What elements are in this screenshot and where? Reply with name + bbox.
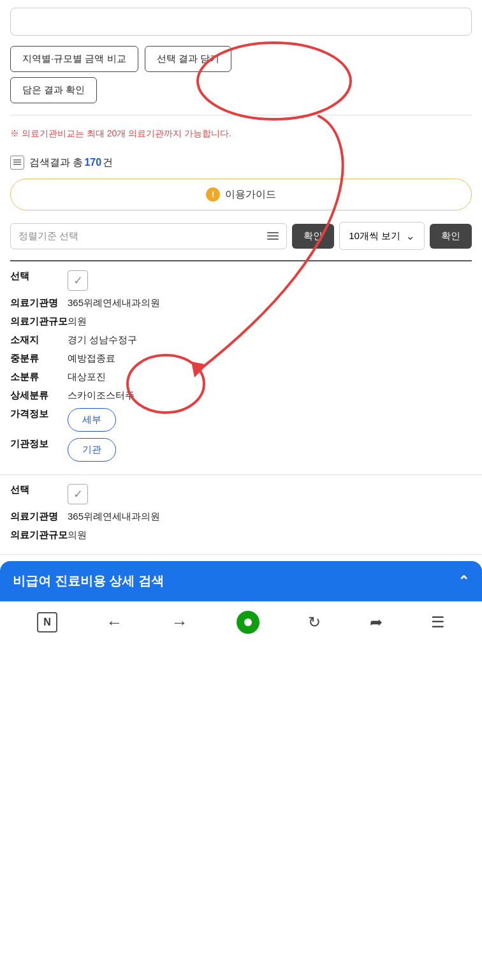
region-compare-button[interactable]: 지역별·규모별 금액 비교 bbox=[10, 46, 138, 72]
check-saved-button[interactable]: 담은 결과 확인 bbox=[10, 77, 97, 103]
check-icon-2: ✓ bbox=[73, 487, 83, 501]
card1-mid-class-value: 예방접종료 bbox=[68, 353, 472, 365]
search-unit: 건 bbox=[103, 156, 113, 170]
card1-detail-class-row: 상세분류 스카이조스터주 bbox=[10, 390, 472, 402]
nav-n-button[interactable]: N bbox=[37, 612, 57, 633]
card1-mid-class-row: 중분류 예방접종료 bbox=[10, 353, 472, 365]
card-1: 선택 ✓ 의료기관명 365위례연세내과의원 의료기관규모 의원 소재지 경기 … bbox=[0, 261, 482, 475]
search-label: 검색결과 총 bbox=[29, 156, 83, 170]
card2-select-label: 선택 bbox=[10, 484, 68, 496]
nav-menu-button[interactable]: ☰ bbox=[431, 613, 445, 631]
page-wrapper: 지역별·규모별 금액 비교 선택 결과 담기 담은 결과 확인 ※ 의료기관비교… bbox=[0, 8, 482, 643]
card2-clinic-size-row: 의료기관규모 의원 bbox=[10, 529, 472, 541]
card1-clinic-size-row: 의료기관규모 의원 bbox=[10, 316, 472, 328]
sort-placeholder: 정렬기준 선택 bbox=[18, 230, 78, 242]
card1-select-checkbox[interactable]: ✓ bbox=[68, 270, 88, 291]
confirm-button-2[interactable]: 확인 bbox=[430, 224, 472, 249]
svg-rect-2 bbox=[13, 164, 21, 165]
list-icon bbox=[10, 156, 24, 170]
top-search-input[interactable] bbox=[10, 8, 472, 36]
card1-sub-class-label: 소분류 bbox=[10, 371, 68, 383]
chevron-down-icon: ⌄ bbox=[405, 229, 415, 243]
card1-location-label: 소재지 bbox=[10, 334, 68, 346]
forward-icon: → bbox=[172, 613, 188, 633]
nav-back-button[interactable]: ← bbox=[106, 613, 122, 633]
card1-location-value: 경기 성남수정구 bbox=[68, 334, 472, 346]
card1-price-button[interactable]: 세부 bbox=[68, 408, 116, 432]
page-size-label: 10개씩 보기 bbox=[349, 230, 400, 242]
bottom-drawer[interactable]: 비급여 진료비용 상세 검색 ⌃ bbox=[0, 561, 482, 601]
search-count: 170 bbox=[84, 157, 101, 168]
bottom-nav: N ← → ↻ ➦ ☰ bbox=[0, 601, 482, 643]
button-row-2: 담은 결과 확인 bbox=[0, 77, 482, 111]
card1-detail-class-label: 상세분류 bbox=[10, 390, 68, 402]
card-2: 선택 ✓ 의료기관명 365위례연세내과의원 의료기관규모 의원 bbox=[0, 475, 482, 555]
card2-select-row: 선택 ✓ bbox=[10, 484, 472, 504]
check-icon: ✓ bbox=[73, 274, 83, 288]
card1-clinic-name-value: 365위례연세내과의원 bbox=[68, 297, 472, 309]
svg-rect-1 bbox=[13, 162, 21, 163]
card2-clinic-size-label: 의료기관규모 bbox=[10, 529, 68, 541]
card1-info-row: 기관정보 기관 bbox=[10, 438, 472, 462]
card1-sub-class-value: 대상포진 bbox=[68, 371, 472, 383]
card1-clinic-name-row: 의료기관명 365위례연세내과의원 bbox=[10, 297, 472, 309]
sort-select[interactable]: 정렬기준 선택 bbox=[10, 223, 287, 249]
card2-clinic-size-value: 의원 bbox=[68, 529, 472, 541]
card2-clinic-name-row: 의료기관명 365위례연세내과의원 bbox=[10, 511, 472, 523]
card2-clinic-name-value: 365위례연세내과의원 bbox=[68, 511, 472, 523]
save-result-button[interactable]: 선택 결과 담기 bbox=[145, 46, 231, 72]
guide-icon: ! bbox=[206, 187, 220, 201]
share-icon: ➦ bbox=[370, 613, 383, 631]
button-row-1: 지역별·규모별 금액 비교 선택 결과 담기 bbox=[0, 41, 482, 77]
guide-label: 이용가이드 bbox=[225, 188, 276, 201]
filter-row: 정렬기준 선택 확인 10개씩 보기 ⌄ 확인 bbox=[0, 218, 482, 254]
nav-refresh-button[interactable]: ↻ bbox=[308, 613, 321, 631]
page-size-select[interactable]: 10개씩 보기 ⌄ bbox=[339, 222, 425, 250]
nav-forward-button[interactable]: → bbox=[172, 613, 188, 633]
card1-price-label: 가격정보 bbox=[10, 408, 68, 420]
card1-select-row: 선택 ✓ bbox=[10, 270, 472, 291]
menu-icon: ☰ bbox=[431, 613, 445, 631]
card1-price-row: 가격정보 세부 bbox=[10, 408, 472, 432]
card1-select-label: 선택 bbox=[10, 270, 68, 282]
card1-info-button[interactable]: 기관 bbox=[68, 438, 116, 462]
back-icon: ← bbox=[106, 613, 122, 633]
chevron-up-icon: ⌃ bbox=[458, 573, 469, 590]
nav-n-label: N bbox=[43, 617, 51, 628]
confirm-button-1[interactable]: 확인 bbox=[292, 224, 334, 249]
card2-select-checkbox[interactable]: ✓ bbox=[68, 484, 88, 504]
card1-mid-class-label: 중분류 bbox=[10, 353, 68, 365]
card1-info-label: 기관정보 bbox=[10, 438, 68, 450]
guide-button[interactable]: ! 이용가이드 bbox=[10, 179, 472, 210]
divider-1 bbox=[10, 115, 472, 115]
card2-clinic-name-label: 의료기관명 bbox=[10, 511, 68, 523]
sort-icon bbox=[267, 232, 279, 240]
card1-detail-class-value: 스카이조스터주 bbox=[68, 390, 472, 402]
bottom-drawer-label: 비급여 진료비용 상세 검색 bbox=[13, 573, 164, 590]
card1-clinic-size-label: 의료기관규모 bbox=[10, 316, 68, 328]
card1-sub-class-row: 소분류 대상포진 bbox=[10, 371, 472, 383]
refresh-icon: ↻ bbox=[308, 613, 321, 631]
card1-location-row: 소재지 경기 성남수정구 bbox=[10, 334, 472, 346]
card1-clinic-size-value: 의원 bbox=[68, 316, 472, 328]
nav-share-button[interactable]: ➦ bbox=[370, 613, 383, 631]
notice-text: ※ 의료기관비교는 최대 20개 의료기관까지 가능합니다. bbox=[0, 119, 482, 145]
search-total-bar: 검색결과 총 170 건 bbox=[0, 145, 482, 175]
svg-rect-0 bbox=[13, 159, 21, 161]
card1-clinic-name-label: 의료기관명 bbox=[10, 297, 68, 309]
nav-home-button[interactable] bbox=[237, 611, 259, 634]
